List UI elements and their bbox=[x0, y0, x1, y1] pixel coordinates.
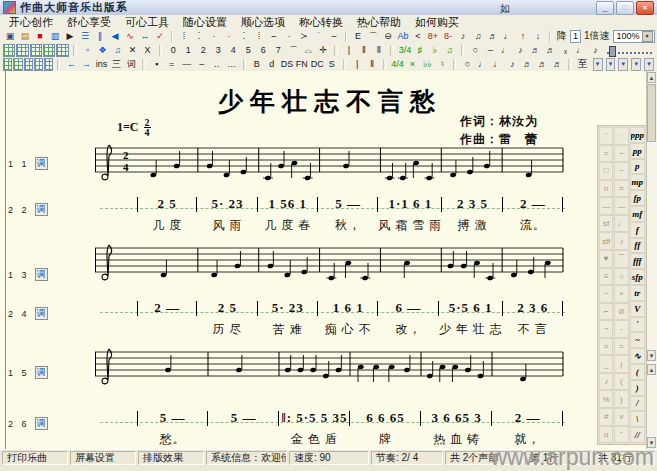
tune-button[interactable]: 调 bbox=[35, 268, 48, 281]
layout-grid-4-icon[interactable] bbox=[34, 58, 43, 71]
digit-3-button[interactable]: 3 bbox=[211, 44, 225, 56]
open-icon[interactable]: ▤ bbox=[18, 30, 32, 42]
menu-item-5[interactable]: 顺心选项 bbox=[237, 15, 289, 30]
chord-grid-1-icon[interactable] bbox=[3, 44, 15, 57]
dynamic-p[interactable]: p bbox=[630, 159, 646, 175]
rest-x-icon[interactable]: ₓ bbox=[558, 44, 572, 56]
zoom-select[interactable]: 100%▾ bbox=[613, 30, 655, 43]
equals-icon[interactable]: = bbox=[165, 58, 179, 70]
layout-grid-5-icon[interactable] bbox=[44, 58, 53, 71]
insert-mode-button[interactable]: ins bbox=[94, 58, 108, 70]
dynamic-fp[interactable]: fp bbox=[630, 190, 646, 206]
digit-6-button[interactable]: 6 bbox=[256, 44, 270, 56]
digit-4-button[interactable]: 4 bbox=[226, 44, 240, 56]
palette-symbol-a2[interactable]: = bbox=[599, 145, 613, 163]
stave-lines-icon[interactable]: 三 bbox=[109, 58, 123, 70]
beam-icon[interactable]: ♫ bbox=[111, 44, 125, 56]
layout-grid-3-icon[interactable] bbox=[24, 58, 33, 71]
eighth-note-icon[interactable]: ♪ bbox=[513, 44, 527, 56]
measure[interactable]: 5· 23苦 难 bbox=[258, 299, 318, 338]
staccato2-icon[interactable]: ⁚ bbox=[192, 30, 206, 42]
palette-symbol-b15[interactable]: ( bbox=[614, 373, 628, 391]
end-barline-icon[interactable]: ⫴ bbox=[372, 44, 386, 56]
slur2-icon[interactable]: ⌒ bbox=[286, 44, 300, 56]
close-button[interactable]: × bbox=[636, 1, 654, 15]
digit-5-button[interactable]: 5 bbox=[241, 44, 255, 56]
palette-symbol-a1[interactable]: ' bbox=[599, 127, 613, 145]
digit-1-button[interactable]: 1 bbox=[181, 44, 195, 56]
dynamic-[interactable]: ) bbox=[630, 380, 646, 396]
tune-button[interactable]: 调 bbox=[35, 307, 48, 320]
menu-item-2[interactable]: 舒心享受 bbox=[63, 15, 115, 30]
palette-symbol-a14[interactable]: _ bbox=[599, 355, 613, 373]
chord-grid-5-icon[interactable] bbox=[56, 44, 68, 57]
palette-symbol-b12[interactable]: - bbox=[614, 320, 628, 338]
vibrato-icon[interactable]: ∿ bbox=[123, 30, 137, 42]
dynamic-tr[interactable]: tr bbox=[630, 285, 646, 301]
measure[interactable]: 5·5 6 1少 年 壮 志 bbox=[439, 299, 503, 338]
digit-0-button[interactable]: 0 bbox=[166, 44, 180, 56]
dot-icon[interactable]: · bbox=[207, 30, 221, 42]
final-barline-icon[interactable]: ‖ bbox=[365, 58, 379, 70]
palette-symbol-a9[interactable]: ≡ bbox=[599, 268, 613, 286]
plus-icon[interactable]: ✛ bbox=[316, 44, 330, 56]
meter34-icon[interactable]: 3/4 bbox=[398, 44, 412, 56]
accent-icon[interactable]: ≻ bbox=[297, 30, 311, 42]
sixteenth-icon[interactable]: ♬ bbox=[520, 58, 534, 70]
menu-item-1[interactable]: 开心创作 bbox=[5, 15, 57, 30]
tune-button[interactable]: 调 bbox=[35, 203, 48, 216]
flat-icon[interactable]: ♭ bbox=[428, 44, 442, 56]
sixty4-icon[interactable]: ♬ bbox=[550, 58, 564, 70]
dots2-icon[interactable]: ⁞ bbox=[252, 30, 266, 42]
palette-symbol-b2[interactable]: ⌣ bbox=[614, 145, 628, 163]
palette-symbol-a12[interactable]: ¬ bbox=[599, 320, 613, 338]
staff-notation-3[interactable] bbox=[95, 344, 565, 400]
palette-symbol-a3[interactable]: □ bbox=[599, 162, 613, 180]
dynamic-[interactable]: \ bbox=[630, 411, 646, 427]
palette-symbol-b6[interactable]: ♩ bbox=[614, 215, 628, 233]
grace-notes-icon[interactable]: ♫ bbox=[471, 30, 485, 42]
slur-icon[interactable]: ⌢ bbox=[267, 30, 281, 42]
palette-symbol-b11[interactable]: ⊘ bbox=[614, 303, 628, 321]
palette-symbol-b13[interactable]: = bbox=[614, 338, 628, 356]
pause-icon[interactable]: ∥ bbox=[93, 30, 107, 42]
cross-icon[interactable]: ✕ bbox=[126, 44, 140, 56]
note-icon[interactable]: ♩ bbox=[501, 30, 515, 42]
digit-7-button[interactable]: 7 bbox=[271, 44, 285, 56]
dynamic-[interactable]: ∿ bbox=[630, 348, 646, 364]
palette-symbol-a15[interactable]: ♪ bbox=[599, 373, 613, 391]
menu-item-8[interactable]: 如何购买 bbox=[411, 15, 463, 30]
dynamic-ff[interactable]: ff bbox=[630, 238, 646, 254]
palette-symbol-a8[interactable]: ♥ bbox=[599, 250, 613, 268]
palette-symbol-a5[interactable]: — bbox=[599, 197, 613, 215]
measure[interactable]: ‖: 5·5 5 35金 色 盾 bbox=[279, 409, 350, 448]
dynamic-ppp[interactable]: ppp bbox=[630, 127, 646, 143]
palette-symbol-b7[interactable]: ♪ bbox=[614, 232, 628, 250]
palette-symbol-b18[interactable]: ˘ bbox=[614, 426, 628, 444]
dynamic-V[interactable]: V bbox=[630, 301, 646, 317]
measure[interactable]: 2 —流。 bbox=[503, 195, 563, 234]
measure[interactable]: 5 —愁。 bbox=[137, 409, 208, 448]
dot3-icon[interactable]: · bbox=[282, 30, 296, 42]
palette-symbol-b1[interactable]: · bbox=[614, 127, 628, 145]
palette-symbol-b4[interactable]: ≈ bbox=[614, 180, 628, 198]
stop-icon[interactable]: ◀ bbox=[108, 30, 122, 42]
voice-select-2[interactable]: ▾ bbox=[606, 58, 616, 71]
screen-settings-button[interactable]: 屏幕设置 bbox=[70, 451, 136, 465]
dynamic-[interactable]: // bbox=[630, 427, 646, 443]
double-barline-icon[interactable]: ‖ bbox=[357, 44, 371, 56]
measure[interactable]: 5 — bbox=[208, 409, 279, 448]
segno-button[interactable]: S bbox=[325, 58, 339, 70]
palette-symbol-a18[interactable]: u bbox=[599, 426, 613, 444]
palette-symbol-a16[interactable]: % bbox=[599, 390, 613, 408]
palette-scroll-up-icon[interactable]: ▲ bbox=[647, 364, 656, 375]
score-workspace[interactable]: 少年壮志不言愁 1=C 2 4 作词：林汝为 作曲：雷 蕾 1 1调2 2调24… bbox=[0, 71, 657, 449]
measure[interactable]: 1 56 1几 度 春 bbox=[258, 195, 318, 234]
grace-note-icon[interactable]: ♪ bbox=[456, 30, 470, 42]
dynamic-sfp[interactable]: sfp bbox=[630, 269, 646, 285]
barline-icon[interactable]: | bbox=[342, 44, 356, 56]
eighth-icon[interactable]: ♪ bbox=[505, 58, 519, 70]
palette-symbol-b17[interactable]: v bbox=[614, 408, 628, 426]
palette-symbol-a4[interactable]: n bbox=[599, 180, 613, 198]
dotted-eighth-icon[interactable]: ♪ bbox=[588, 44, 602, 56]
